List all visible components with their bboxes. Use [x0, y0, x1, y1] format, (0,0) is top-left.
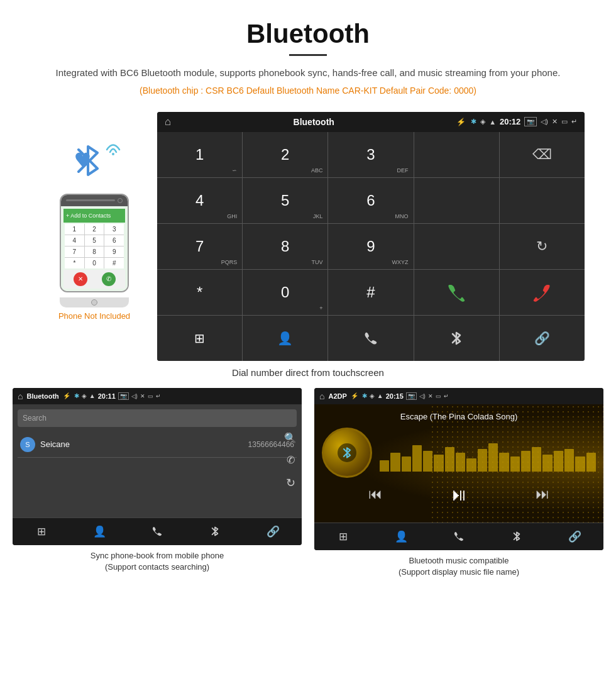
prev-button[interactable]: ⏮ — [368, 486, 382, 502]
dial-key-2[interactable]: 2ABC — [243, 132, 327, 177]
eq-bar-18 — [564, 449, 574, 472]
phone-action-bar: + Add to Contacts — [63, 209, 125, 223]
car-nav-phone[interactable] — [328, 316, 413, 361]
eq-bar-8 — [456, 453, 465, 472]
bluetooth-icon-area: ♥ — [69, 137, 119, 187]
phone-key-4[interactable]: 4 — [65, 235, 84, 246]
call-icon[interactable]: ✆ — [287, 454, 295, 466]
ms-nav-bluetooth[interactable] — [488, 523, 546, 550]
dial-key-hash[interactable]: # — [328, 270, 413, 315]
dial-backspace-button[interactable]: ⌫ — [500, 132, 585, 177]
camera-icon[interactable]: 📷 — [524, 117, 537, 126]
ms-vol-icon[interactable]: ◁) — [419, 393, 426, 399]
phonebook-home-icon[interactable]: ⌂ — [18, 391, 23, 401]
ms-camera-icon[interactable]: 📷 — [406, 392, 417, 400]
pb-camera-icon[interactable]: 📷 — [118, 392, 129, 400]
eq-bar-20 — [586, 453, 596, 472]
car-nav-link[interactable]: 🔗 — [500, 316, 585, 361]
eq-bar-11 — [488, 443, 498, 472]
dial-cell-empty-2 — [414, 178, 499, 223]
car-nav-grid[interactable]: ⊞ — [157, 316, 242, 361]
pb-nav-phone[interactable] — [128, 518, 186, 545]
dial-key-4[interactable]: 4GHI — [157, 178, 242, 223]
pb-back-icon[interactable]: ↵ — [156, 393, 161, 399]
phone-illustration: ♥ + Add to Contacts 1 — [31, 112, 157, 321]
pb-phone-icon — [151, 526, 163, 537]
pb-nav-bluetooth[interactable] — [186, 518, 244, 545]
dial-key-star[interactable]: * — [157, 270, 242, 315]
dial-key-8[interactable]: 8TUV — [243, 224, 327, 269]
ms-back-icon[interactable]: ↵ — [444, 393, 449, 399]
contact-row[interactable]: S Seicane 13566664466 — [18, 432, 297, 458]
sync-icon[interactable]: ↻ — [286, 476, 295, 490]
ms-nav-phone[interactable] — [430, 523, 488, 550]
dial-key-6[interactable]: 6MNO — [328, 178, 413, 223]
phone-key-7[interactable]: 7 — [65, 246, 84, 257]
phonebook-caption-text: Sync phone-book from mobile phone(Suppor… — [91, 551, 224, 572]
page-header: Bluetooth Integrated with BC6 Bluetooth … — [0, 0, 616, 112]
phone-key-0[interactable]: 0 — [85, 258, 104, 268]
search-bar[interactable]: Search — [18, 409, 297, 427]
pb-window-icon[interactable]: ▭ — [148, 393, 153, 399]
call-green-icon — [446, 282, 466, 302]
ms-nav-contacts[interactable]: 👤 — [372, 523, 430, 550]
dial-key-3[interactable]: 3DEF — [328, 132, 413, 177]
car-status-bar: ⌂ Bluetooth ⚡ ✱ ◈ ▲ 20:12 📷 ◁) ✕ ▭ ↵ — [157, 112, 585, 132]
ms-nav-link[interactable]: 🔗 — [546, 523, 603, 550]
dial-cell-empty-1 — [414, 132, 499, 177]
music-bt-icon — [341, 446, 353, 460]
dial-refresh-button[interactable]: ↻ — [500, 224, 585, 269]
next-button[interactable]: ⏭ — [536, 486, 549, 502]
music-home-icon[interactable]: ⌂ — [319, 391, 324, 401]
phone-key-1[interactable]: 1 — [65, 224, 84, 235]
phone-key-8[interactable]: 8 — [85, 246, 104, 257]
phone-key-9[interactable]: 9 — [104, 246, 124, 257]
dial-key-5[interactable]: 5JKL — [243, 178, 327, 223]
back-icon[interactable]: ↵ — [571, 118, 577, 126]
pb-nav-contacts[interactable]: 👤 — [70, 518, 128, 545]
eq-bar-10 — [478, 449, 487, 472]
dial-call-button[interactable] — [414, 270, 499, 315]
dial-key-7[interactable]: 7PQRS — [157, 224, 242, 269]
phone-end-button[interactable]: ✕ — [74, 272, 87, 286]
ms-nav-grid[interactable]: ⊞ — [314, 523, 372, 550]
phone-key-star[interactable]: * — [65, 258, 84, 268]
phone-key-5[interactable]: 5 — [85, 235, 104, 246]
music-inner: Escape (The Pina Colada Song) — [314, 404, 603, 519]
pb-nav-link[interactable]: 🔗 — [244, 518, 302, 545]
dial-cell-empty-4 — [414, 224, 499, 269]
music-status-icons: ✱ ◈ ▲ 20:15 📷 ◁) ✕ ▭ ↵ — [362, 392, 449, 400]
phone-home-button[interactable] — [60, 297, 129, 307]
car-nav-contacts[interactable]: 👤 — [243, 316, 327, 361]
ms-phone-icon — [453, 531, 465, 542]
close-icon[interactable]: ✕ — [552, 118, 558, 126]
pb-nav-grid[interactable]: ⊞ — [13, 518, 70, 545]
eq-bar-19 — [575, 456, 585, 472]
search-icon[interactable]: 🔍 — [284, 432, 297, 444]
phone-key-hash[interactable]: # — [104, 258, 124, 268]
ms-window-icon[interactable]: ▭ — [436, 393, 441, 399]
play-pause-button[interactable]: ⏯ — [450, 484, 468, 505]
title-underline — [289, 54, 327, 56]
page-title: Bluetooth — [13, 19, 603, 49]
dial-key-0[interactable]: 0+ — [243, 270, 327, 315]
home-icon[interactable]: ⌂ — [165, 116, 171, 128]
car-nav-bluetooth[interactable] — [414, 316, 499, 361]
pb-vol-icon[interactable]: ◁) — [131, 393, 138, 399]
ms-loc-icon: ◈ — [370, 392, 375, 399]
dial-hangup-button[interactable] — [500, 270, 585, 315]
volume-icon[interactable]: ◁) — [541, 118, 548, 126]
phone-key-6[interactable]: 6 — [104, 235, 124, 246]
car-status-time: 20:12 — [500, 117, 520, 126]
dial-key-1[interactable]: 1∽ — [157, 132, 242, 177]
music-content: Escape (The Pina Colada Song) — [314, 404, 603, 523]
phone-key-3[interactable]: 3 — [104, 224, 124, 235]
phone-call-button[interactable]: ✆ — [102, 272, 116, 286]
phone-key-2[interactable]: 2 — [85, 224, 104, 235]
window-icon[interactable]: ▭ — [561, 118, 568, 126]
ms-close-icon[interactable]: ✕ — [428, 393, 433, 399]
dial-key-9[interactable]: 9WXYZ — [328, 224, 413, 269]
contact-name: Seicane — [40, 440, 248, 449]
ms-wifi-icon: ▲ — [377, 392, 383, 399]
pb-close-icon[interactable]: ✕ — [140, 393, 145, 399]
